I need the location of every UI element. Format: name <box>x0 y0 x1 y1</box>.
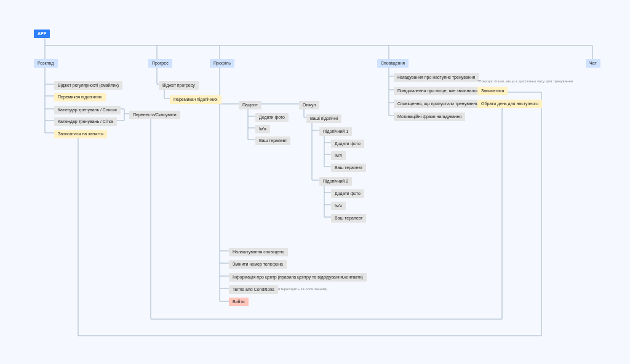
schedule-widget: Віджет регулярності (смайлик) <box>54 81 122 90</box>
profile-terms: Terms and Conditions <box>229 285 278 294</box>
guardian-wards: Ваші підопічні <box>306 114 341 123</box>
progress-switch: Перемикач підопічних <box>170 95 221 104</box>
connector-lines <box>0 0 630 364</box>
ward1-name: Ім'я <box>331 151 346 160</box>
schedule-switch: Перемикач підопічних <box>54 93 106 101</box>
schedule-calendar-list: Календар тренувань / Список <box>54 106 121 114</box>
notif-missed: Сповіщення, що пропустили тренування <box>394 100 482 108</box>
ward2-name: Ім'я <box>331 202 346 210</box>
notif-next-training: Нагадування про наступне тренування <box>394 73 479 82</box>
profile-terms-note: (Переходить за посиланням) <box>278 287 327 291</box>
sitemap-canvas: APP Розклад Прогрес Профіль Сповіщення Ч… <box>0 0 630 364</box>
ward2-therapist: Ваш терапевт <box>331 214 366 223</box>
schedule-calendar-grid: Календар тренувань / Сітка <box>54 117 117 126</box>
patient-therapist: Ваш терапевт <box>255 136 290 145</box>
section-progress: Прогрес <box>148 59 172 68</box>
section-chat: Чат <box>586 59 600 68</box>
profile-exit: Вийти <box>229 298 249 306</box>
section-notifications: Сповіщення <box>377 59 409 68</box>
ward1-add-photo: Додати фото <box>331 140 364 148</box>
schedule-reschedule: Перенести/Скасувати <box>129 111 180 119</box>
patient-add-photo: Додати фото <box>255 113 289 122</box>
ward1-therapist: Ваш терапевт <box>331 164 366 172</box>
ward2: Підопічний 2 <box>319 177 352 186</box>
notif-motivational: Мотиваційні фрази нагадування <box>394 113 465 121</box>
profile-change-phone: Змінити номер телефона <box>229 260 287 269</box>
notif-signup: Записатися <box>477 87 508 95</box>
notif-note: *Показує тільки, якщо є достатньо часу д… <box>477 79 573 83</box>
profile-patient: Пацієнт <box>239 101 261 109</box>
ward2-add-photo: Додати фото <box>331 189 364 198</box>
notif-freed-slot: Повідомлення про місце, яке звільнилося <box>394 87 485 95</box>
schedule-signup: Записатися на заняття <box>54 130 107 138</box>
patient-name: Ім'я <box>255 125 270 133</box>
section-schedule: Розклад <box>34 59 58 68</box>
progress-widget: Віджет прогресу <box>159 81 199 90</box>
root-app: APP <box>34 30 50 38</box>
profile-guardian: Опікун <box>299 101 319 109</box>
ward1: Підопічний 1 <box>319 127 352 136</box>
notif-choose-day: Обрати день для наступного <box>477 100 542 108</box>
profile-center-info: Інформація про центр (правила центру та … <box>229 273 367 282</box>
profile-notif-settings: Налаштування сповіщень <box>229 248 288 256</box>
section-profile: Профіль <box>210 59 234 68</box>
